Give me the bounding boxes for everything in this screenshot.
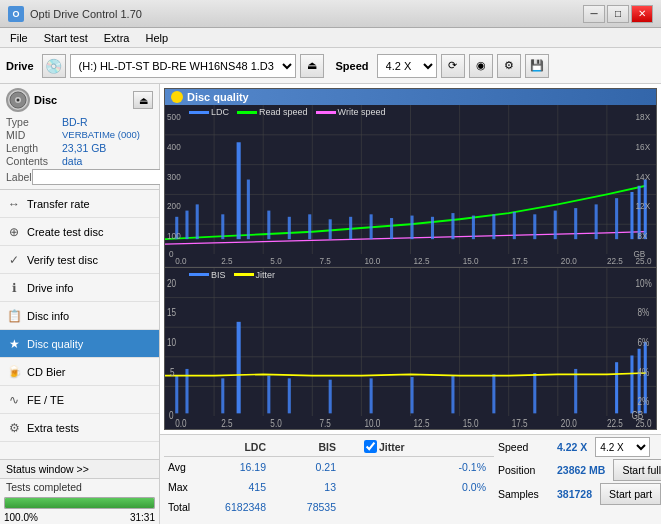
avg-label: Avg <box>164 461 204 473</box>
sidebar-item-transfer-rate[interactable]: ↔ Transfer rate <box>0 190 159 218</box>
chart-top-svg: 500 400 300 200 100 0 18X 16X 14X 12X 8X… <box>165 105 656 267</box>
disc-mid: VERBATIMe (000) <box>62 129 140 141</box>
label-text: Label <box>6 171 32 183</box>
sidebar-item-fe-te[interactable]: ∿ FE / TE <box>0 386 159 414</box>
menu-start-test[interactable]: Start test <box>38 31 94 45</box>
svg-text:5: 5 <box>170 365 175 377</box>
svg-text:2.5: 2.5 <box>221 416 232 428</box>
svg-rect-31 <box>431 217 434 239</box>
chart-title-bar: Disc quality <box>165 89 656 105</box>
svg-text:0: 0 <box>169 248 174 259</box>
extra-tests-label: Extra tests <box>27 422 79 434</box>
svg-rect-89 <box>411 377 414 413</box>
disc-title: Disc <box>34 94 57 106</box>
status-text: Tests completed <box>0 479 159 495</box>
minimize-button[interactable]: ─ <box>583 5 605 23</box>
drive-selector[interactable]: (H:) HL-DT-ST BD-RE WH16NS48 1.D3 <box>70 54 296 78</box>
window-controls: ─ □ ✕ <box>583 5 653 23</box>
disc-contents: data <box>62 155 82 167</box>
start-full-button[interactable]: Start full <box>613 459 661 481</box>
sidebar-item-disc-quality[interactable]: ★ Disc quality <box>0 330 159 358</box>
menu-bar: File Start test Extra Help <box>0 28 661 48</box>
menu-help[interactable]: Help <box>139 31 174 45</box>
sidebar-item-disc-info[interactable]: 📋 Disc info <box>0 302 159 330</box>
sidebar-item-drive-info[interactable]: ℹ Drive info <box>0 274 159 302</box>
svg-point-2 <box>17 99 20 102</box>
svg-text:300: 300 <box>167 171 181 182</box>
speed-stat-selector[interactable]: 4.2 X <box>595 437 650 457</box>
svg-text:15: 15 <box>167 306 176 318</box>
svg-rect-23 <box>267 211 270 240</box>
create-test-disc-icon: ⊕ <box>6 224 22 240</box>
close-button[interactable]: ✕ <box>631 5 653 23</box>
sidebar-item-verify-test-disc[interactable]: ✓ Verify test disc <box>0 246 159 274</box>
menu-file[interactable]: File <box>4 31 34 45</box>
fe-te-label: FE / TE <box>27 394 64 406</box>
svg-text:GB: GB <box>633 248 645 259</box>
svg-rect-25 <box>308 214 311 239</box>
svg-text:12X: 12X <box>636 201 651 212</box>
app-title: Opti Drive Control 1.70 <box>30 8 142 20</box>
type-label: Type <box>6 116 62 128</box>
menu-extra[interactable]: Extra <box>98 31 136 45</box>
svg-text:0: 0 <box>169 408 174 420</box>
svg-rect-94 <box>615 362 618 413</box>
maximize-button[interactable]: □ <box>607 5 629 23</box>
max-ldc: 415 <box>204 481 274 493</box>
speed-selector[interactable]: 4.2 X <box>377 54 437 78</box>
svg-rect-85 <box>267 375 270 413</box>
svg-rect-87 <box>329 379 332 413</box>
svg-rect-93 <box>574 368 577 412</box>
jitter-checkbox[interactable] <box>364 440 377 453</box>
save-button[interactable]: 💾 <box>525 54 549 78</box>
svg-rect-34 <box>492 214 495 239</box>
start-part-button[interactable]: Start part <box>600 483 661 505</box>
svg-text:GB: GB <box>631 408 643 420</box>
svg-text:0.0: 0.0 <box>175 255 186 266</box>
jitter-label: Jitter <box>379 441 405 453</box>
total-bis: 78535 <box>274 501 344 513</box>
label-input[interactable] <box>32 169 165 185</box>
refresh-button[interactable]: ⟳ <box>441 54 465 78</box>
svg-rect-41 <box>630 192 633 239</box>
drive-label: Drive <box>6 60 34 72</box>
stats-max-row: Max 415 13 0.0% <box>164 477 494 497</box>
legend-bis: BIS <box>211 270 226 280</box>
sidebar-item-extra-tests[interactable]: ⚙ Extra tests <box>0 414 159 442</box>
svg-rect-20 <box>221 214 224 239</box>
sidebar-item-create-test-disc[interactable]: ⊕ Create test disc <box>0 218 159 246</box>
svg-rect-22 <box>247 180 250 240</box>
svg-text:17.5: 17.5 <box>512 255 528 266</box>
svg-text:22.5: 22.5 <box>607 416 623 428</box>
svg-rect-83 <box>221 378 224 413</box>
drive-icon-btn: 💿 <box>42 54 66 78</box>
svg-rect-33 <box>472 216 475 240</box>
disc-info-label: Disc info <box>27 310 69 322</box>
svg-rect-81 <box>175 375 178 413</box>
toolbar: Drive 💿 (H:) HL-DT-ST BD-RE WH16NS48 1.D… <box>0 48 661 84</box>
disc-length: 23,31 GB <box>62 142 106 154</box>
svg-rect-21 <box>237 142 241 239</box>
svg-text:400: 400 <box>167 141 181 152</box>
sidebar-item-cd-bier[interactable]: 🍺 CD Bier <box>0 358 159 386</box>
cd-bier-icon: 🍺 <box>6 364 22 380</box>
drive-info-label: Drive info <box>27 282 73 294</box>
legend-read-speed: Read speed <box>259 107 308 117</box>
fe-te-icon: ∿ <box>6 392 22 408</box>
right-panel: Disc quality LDC Read speed Wr <box>160 84 661 524</box>
position-label: Position <box>498 464 553 476</box>
chart-container: Disc quality LDC Read speed Wr <box>164 88 657 430</box>
eject-button[interactable]: ⏏ <box>300 54 324 78</box>
status-window-button[interactable]: Status window >> <box>0 460 159 479</box>
action-btn-1[interactable]: ◉ <box>469 54 493 78</box>
svg-text:14X: 14X <box>636 171 651 182</box>
position-row: Position 23862 MB Start full <box>498 459 661 481</box>
svg-rect-90 <box>451 375 454 413</box>
right-stats: Speed 4.22 X 4.2 X Position 23862 MB Sta… <box>498 437 661 522</box>
action-btn-2[interactable]: ⚙ <box>497 54 521 78</box>
title-bar: O Opti Drive Control 1.70 ─ □ ✕ <box>0 0 661 28</box>
svg-text:10.0: 10.0 <box>364 255 380 266</box>
svg-rect-32 <box>451 213 454 239</box>
disc-eject-button[interactable]: ⏏ <box>133 91 153 109</box>
position-value: 23862 MB <box>557 464 605 476</box>
